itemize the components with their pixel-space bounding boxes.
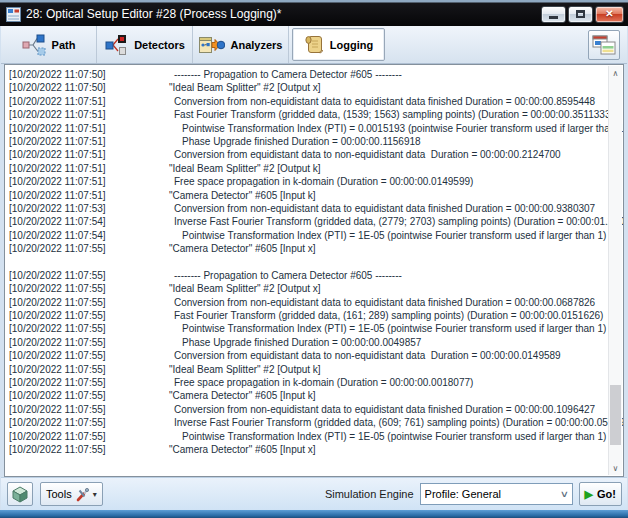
tab-detectors[interactable]: Detectors [97,26,193,63]
log-message: Conversion from non-equidistant data to … [169,96,595,107]
detectors-icon [104,34,128,56]
tab-detectors-label: Detectors [134,39,185,51]
log-line: [10/20/2022 11:07:54]Inverse Fast Fourie… [9,215,607,228]
log-line: [10/20/2022 11:07:55]"Ideal Beam Splitte… [9,282,607,295]
log-line: [10/20/2022 11:07:51]Pointwise Transform… [9,122,607,135]
optical-setup-editor-window: 28: Optical Setup Editor #28 (Process Lo… [0,0,628,518]
scrollbar-up-button[interactable]: ∧ [609,66,622,80]
editor-windows-button[interactable] [588,30,620,60]
process-log-area[interactable]: [10/20/2022 11:07:50]-------- Propagatio… [4,64,624,477]
log-message: "Camera Detector" #605 [Input k] [169,190,316,201]
log-timestamp: [10/20/2022 11:07:55] [9,403,169,416]
window-bottom-edge [0,510,628,518]
scrollbar-thumb[interactable] [610,385,621,445]
log-message: Free space propagation in k-domain (Dura… [169,377,473,388]
log-line: [10/20/2022 11:07:55]Free space propagat… [9,376,607,389]
tab-logging-label: Logging [330,39,373,51]
log-timestamp: [10/20/2022 11:07:55] [9,309,169,322]
log-line: [10/20/2022 11:07:55]Inverse Fast Fourie… [9,416,607,429]
log-timestamp: [10/20/2022 11:07:50] [9,68,169,81]
log-message: Conversion from equidistant data to non-… [169,350,561,361]
tabbar-spacer [385,26,588,63]
log-message: Inverse Fast Fourier Transform (gridded … [169,216,624,227]
log-line: [10/20/2022 11:07:51]Fast Fourier Transf… [9,108,607,121]
log-timestamp: [10/20/2022 11:07:55] [9,322,169,335]
log-line: [10/20/2022 11:07:55]Fast Fourier Transf… [9,309,607,322]
log-timestamp: [10/20/2022 11:07:55] [9,363,169,376]
log-line: [10/20/2022 11:07:55]"Camera Detector" #… [9,443,607,456]
log-message: "Ideal Beam Splitter" #2 [Output k] [169,163,321,174]
log-line: [10/20/2022 11:07:55]Conversion from non… [9,403,607,416]
simulation-engine-select[interactable]: Profile: General ∨ [420,483,573,505]
vertical-scrollbar[interactable]: ∧ ∨ [608,66,622,475]
close-button[interactable]: ✕ [595,6,624,23]
scrollbar-down-button[interactable]: ∨ [609,461,622,475]
log-timestamp: [10/20/2022 11:07:55] [9,336,169,349]
titlebar[interactable]: 28: Optical Setup Editor #28 (Process Lo… [0,0,628,26]
optical-setup-app-icon [6,7,21,22]
log-message: Conversion from non-equidistant data to … [169,404,595,415]
maximize-button[interactable] [568,6,593,23]
go-button-label: Go! [597,488,616,500]
logging-icon [304,34,324,56]
tab-logging[interactable]: Logging [292,28,385,61]
footer-toolbar: Tools ▾ Simulation Engine Profile: Gener… [1,477,627,510]
simulation-engine-label: Simulation Engine [325,488,414,500]
close-icon: ✕ [605,9,613,19]
log-message: Phase Upgrade finished Duration = 00:00:… [169,136,421,147]
log-line: [10/20/2022 11:07:50]-------- Propagatio… [9,68,607,81]
log-line: [10/20/2022 11:07:51]Phase Upgrade finis… [9,135,607,148]
log-line: [10/20/2022 11:07:51]Conversion from non… [9,95,607,108]
go-button[interactable]: ▶ Go! [579,482,622,506]
log-timestamp: [10/20/2022 11:07:55] [9,416,169,429]
tools-button-label: Tools [46,488,72,500]
log-line: [10/20/2022 11:07:55]Phase Upgrade finis… [9,336,607,349]
log-message: "Camera Detector" #605 [Input x] [169,444,316,455]
simulation-controls: Simulation Engine Profile: General ∨ ▶ G… [325,482,622,506]
log-line: [10/20/2022 11:07:51]Free space propagat… [9,175,607,188]
log-line: [10/20/2022 11:07:55]Pointwise Transform… [9,430,607,443]
log-message: Pointwise Transformation Index (PTI) = 1… [169,230,606,241]
log-message: Fast Fourier Transform (gridded data, (1… [169,109,614,120]
log-timestamp: [10/20/2022 11:07:55] [9,282,169,295]
log-timestamp: [10/20/2022 11:07:55] [9,242,169,255]
log-timestamp: [10/20/2022 11:07:51] [9,175,169,188]
tools-button[interactable]: Tools ▾ [40,482,103,506]
log-message: -------- Propagation to Camera Detector … [169,270,402,281]
maximize-icon [576,10,585,18]
log-timestamp: [10/20/2022 11:07:54] [9,215,169,228]
log-timestamp: [10/20/2022 11:07:55] [9,349,169,362]
log-timestamp: [10/20/2022 11:07:55] [9,389,169,402]
view-3d-button[interactable] [7,482,33,506]
tab-analyzers[interactable]: Analyzers [193,26,289,63]
log-timestamp: [10/20/2022 11:07:55] [9,269,169,282]
log-message: "Camera Detector" #605 [Input k] [169,390,316,401]
window-controls: ✕ [541,6,624,23]
log-line: [10/20/2022 11:07:55]Conversion from non… [9,296,607,309]
log-line: [10/20/2022 11:07:51]Conversion from equ… [9,148,607,161]
log-message: "Ideal Beam Splitter" #2 [Output k] [169,364,321,375]
log-timestamp: [10/20/2022 11:07:55] [9,443,169,456]
log-message: Conversion from equidistant data to non-… [169,149,561,160]
log-line: [10/20/2022 11:07:51]"Camera Detector" #… [9,189,607,202]
tab-path[interactable]: Path [1,26,97,63]
minimize-button[interactable] [541,6,566,23]
scrollbar-down-icon: ∨ [613,464,619,473]
log-message: Pointwise Transformation Index (PTI) = 1… [169,431,606,442]
log-message: -------- Propagation to Camera Detector … [169,69,402,80]
tools-icon [75,487,90,502]
log-message: Pointwise Transformation Index (PTI) = 0… [169,123,624,134]
analyzers-icon [199,34,225,56]
window-title: 28: Optical Setup Editor #28 (Process Lo… [26,7,533,21]
log-message: Conversion from non-equidistant data to … [169,297,595,308]
log-line: [10/20/2022 11:07:51]"Ideal Beam Splitte… [9,162,607,175]
log-lines: [10/20/2022 11:07:50]-------- Propagatio… [9,68,607,456]
log-timestamp: [10/20/2022 11:07:55] [9,296,169,309]
log-line: [10/20/2022 11:07:50]"Ideal Beam Splitte… [9,81,607,94]
log-message: Phase Upgrade finished Duration = 00:00:… [169,337,421,348]
log-message: "Camera Detector" #605 [Input x] [169,243,316,254]
log-message: "Ideal Beam Splitter" #2 [Output x] [169,283,321,294]
path-icon [22,34,46,56]
go-play-icon: ▶ [585,489,593,500]
log-line: [10/20/2022 11:07:53]Conversion from non… [9,202,607,215]
